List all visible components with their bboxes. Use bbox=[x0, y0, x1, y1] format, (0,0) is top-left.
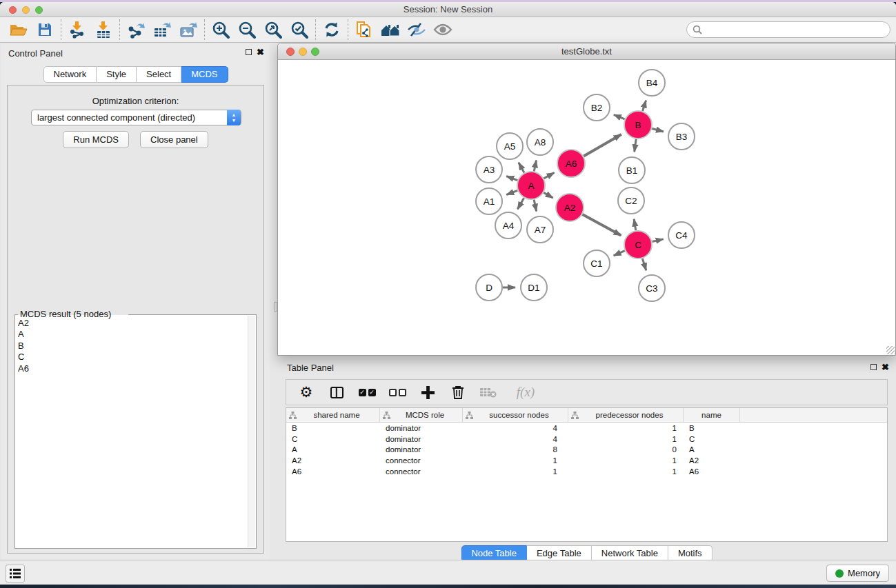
export-image-button[interactable] bbox=[175, 19, 201, 41]
column-visibility-button[interactable] bbox=[328, 383, 346, 401]
mcds-result-item[interactable]: A2 bbox=[18, 318, 246, 329]
refresh-button[interactable] bbox=[319, 19, 345, 41]
mcds-result-list[interactable]: A2ABCA6 bbox=[18, 318, 246, 545]
graph-node-C4[interactable]: C4 bbox=[668, 222, 695, 248]
graph-node-A7[interactable]: A7 bbox=[527, 216, 553, 243]
graph-node-A2[interactable]: A2 bbox=[556, 194, 584, 221]
graph-node-A6[interactable]: A6 bbox=[557, 150, 585, 177]
graph-node-A4[interactable]: A4 bbox=[495, 212, 521, 239]
network-graph[interactable]: B4B2BB3B1A5A8A6A3AA1A2C2A4A7C4CC1C3DD1 bbox=[278, 60, 895, 355]
zoom-selected-button[interactable] bbox=[286, 19, 312, 41]
graph-node-B2[interactable]: B2 bbox=[584, 94, 610, 121]
table-row[interactable]: A2connector11A2 bbox=[286, 455, 887, 466]
tab-select[interactable]: Select bbox=[137, 66, 181, 83]
hide-graphics-details-button[interactable] bbox=[404, 19, 430, 41]
import-table-button[interactable] bbox=[90, 19, 117, 41]
tab-mcds[interactable]: MCDS bbox=[181, 66, 228, 83]
search-input[interactable] bbox=[686, 21, 890, 38]
graph-node-B[interactable]: B bbox=[624, 111, 652, 139]
delete-column-button[interactable] bbox=[449, 383, 467, 401]
column-header-MCDS-role[interactable]: MCDS role bbox=[380, 408, 463, 422]
export-table-button[interactable] bbox=[149, 19, 175, 41]
graph-node-B4[interactable]: B4 bbox=[639, 70, 665, 96]
zoom-in-button[interactable] bbox=[208, 19, 234, 41]
graph-edge-C-C2[interactable] bbox=[634, 219, 636, 231]
column-header-predecessor-nodes[interactable]: predecessor nodes bbox=[568, 408, 684, 422]
graph-edge-A-A6[interactable] bbox=[544, 173, 554, 179]
graph-node-A1[interactable]: A1 bbox=[476, 188, 502, 214]
graph-node-A8[interactable]: A8 bbox=[527, 129, 553, 155]
zoom-out-button[interactable] bbox=[234, 19, 260, 41]
export-network-button[interactable] bbox=[123, 19, 149, 41]
table-settings-button[interactable]: ⚙ bbox=[297, 383, 315, 401]
table-cell: dominator bbox=[380, 435, 463, 443]
graph-edge-B-B4[interactable] bbox=[643, 101, 646, 111]
close-table-panel-icon[interactable]: ✖ bbox=[882, 362, 889, 373]
graph-node-D1[interactable]: D1 bbox=[521, 274, 547, 301]
float-table-panel-icon[interactable] bbox=[870, 364, 877, 370]
graph-node-A[interactable]: A bbox=[517, 172, 545, 199]
graph-node-A5[interactable]: A5 bbox=[497, 133, 523, 159]
deselect-all-rows-button[interactable] bbox=[388, 383, 406, 401]
close-panel-button[interactable]: Close panel bbox=[140, 131, 208, 148]
select-all-rows-button[interactable]: ✓✓ bbox=[358, 383, 376, 401]
graph-edge-A-A1[interactable] bbox=[506, 190, 517, 194]
graph-edge-A-A8[interactable] bbox=[534, 160, 536, 171]
window-resize-grip[interactable] bbox=[886, 346, 895, 354]
open-session-button[interactable] bbox=[6, 19, 32, 41]
network-canvas[interactable]: B4B2BB3B1A5A8A6A3AA1A2C2A4A7C4CC1C3DD1 bbox=[278, 60, 895, 355]
graph-node-C3[interactable]: C3 bbox=[639, 275, 665, 301]
graph-node-C[interactable]: C bbox=[624, 231, 652, 258]
mcds-result-scrollbar[interactable] bbox=[248, 316, 255, 547]
graph-edge-C-C3[interactable] bbox=[642, 258, 646, 270]
home-layout-button[interactable] bbox=[377, 19, 404, 41]
graph-node-D[interactable]: D bbox=[476, 274, 502, 301]
graph-node-B3[interactable]: B3 bbox=[668, 123, 695, 150]
graph-edge-A6-B[interactable] bbox=[584, 134, 621, 156]
mcds-result-item[interactable]: A bbox=[18, 329, 246, 340]
eye-icon bbox=[433, 23, 452, 37]
graph-edge-C-C1[interactable] bbox=[614, 251, 625, 256]
save-session-button[interactable] bbox=[32, 19, 58, 41]
graph-edge-A-A3[interactable] bbox=[506, 176, 517, 181]
graph-edge-C-C4[interactable] bbox=[652, 239, 663, 242]
mcds-result-item[interactable]: A6 bbox=[18, 363, 246, 374]
run-mcds-button[interactable]: Run MCDS bbox=[63, 131, 129, 148]
zoom-fit-button[interactable] bbox=[260, 19, 286, 41]
table-row[interactable]: A6connector11A6 bbox=[286, 466, 887, 477]
graph-edge-A-A5[interactable] bbox=[519, 163, 524, 173]
graph-edge-A-A7[interactable] bbox=[534, 200, 536, 212]
graph-edge-A-A4[interactable] bbox=[517, 198, 524, 209]
graph-node-C2[interactable]: C2 bbox=[618, 187, 644, 214]
task-history-button[interactable] bbox=[6, 565, 25, 582]
criterion-select[interactable]: largest connected component (directed) ▲… bbox=[31, 110, 241, 125]
table-row[interactable]: Bdominator41B bbox=[286, 423, 887, 434]
clone-network-button[interactable] bbox=[351, 19, 377, 41]
import-network-button[interactable] bbox=[64, 19, 90, 41]
graph-edge-A2-C[interactable] bbox=[582, 214, 621, 236]
close-panel-icon[interactable]: ✖ bbox=[257, 47, 264, 58]
column-header-successor-nodes[interactable]: successor nodes bbox=[463, 408, 568, 422]
graph-node-B1[interactable]: B1 bbox=[619, 157, 645, 183]
splitpane-handle[interactable] bbox=[274, 302, 277, 312]
graph-node-C1[interactable]: C1 bbox=[584, 250, 610, 276]
mcds-result-item[interactable]: C bbox=[18, 352, 246, 363]
mcds-result-item[interactable]: B bbox=[18, 341, 246, 352]
tab-network[interactable]: Network bbox=[43, 66, 97, 83]
column-header-name[interactable]: name bbox=[684, 408, 740, 422]
float-panel-icon[interactable] bbox=[246, 49, 252, 55]
graph-edge-B-B1[interactable] bbox=[635, 139, 637, 152]
memory-status-dot bbox=[835, 569, 844, 578]
memory-button[interactable]: Memory bbox=[826, 565, 889, 582]
graph-node-A3[interactable]: A3 bbox=[476, 156, 502, 183]
graph-edge-B-B3[interactable] bbox=[652, 128, 664, 131]
table-row[interactable]: Adominator80A bbox=[286, 445, 887, 456]
network-window-titlebar[interactable]: testGlobe.txt bbox=[278, 43, 895, 60]
show-graphics-details-button[interactable] bbox=[430, 19, 456, 41]
table-row[interactable]: Cdominator41C bbox=[286, 434, 887, 445]
tab-style[interactable]: Style bbox=[97, 66, 137, 83]
column-header-shared-name[interactable]: shared name bbox=[286, 408, 380, 422]
graph-edge-B-B2[interactable] bbox=[614, 114, 625, 119]
graph-edge-A-A2[interactable] bbox=[544, 192, 552, 198]
add-column-button[interactable] bbox=[419, 383, 437, 401]
